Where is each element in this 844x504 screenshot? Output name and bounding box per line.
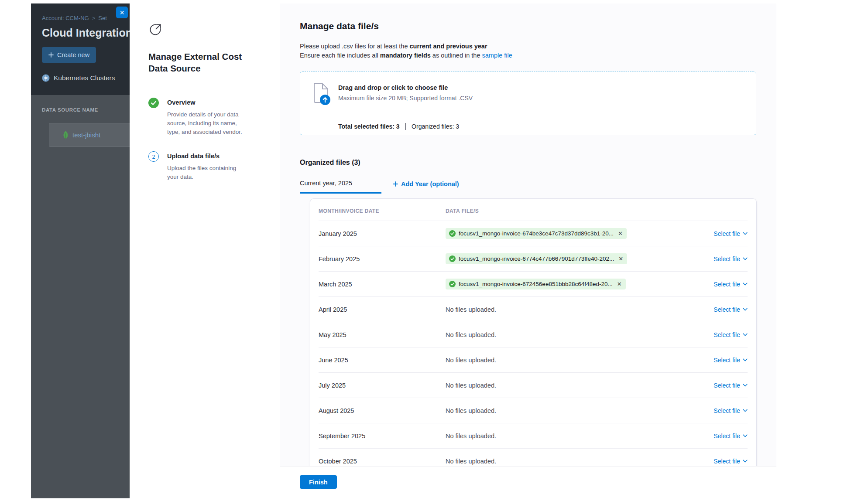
table-row: May 2025 No files uploaded. Select file bbox=[319, 322, 748, 347]
check-circle-icon bbox=[449, 255, 456, 262]
check-circle-icon bbox=[449, 230, 456, 237]
background-page-body: DATA SOURCE NAME test-jbisht bbox=[31, 95, 130, 147]
month-label: July 2025 bbox=[319, 382, 446, 389]
drawer-main-panel: Manage data file/s Please upload .csv fi… bbox=[280, 3, 776, 498]
remove-file-icon[interactable]: ✕ bbox=[617, 281, 622, 287]
upload-instructions: Please upload .csv files for at least th… bbox=[300, 42, 756, 60]
organized-files-heading: Organized files (3) bbox=[300, 159, 756, 167]
upload-file-icon bbox=[311, 83, 332, 106]
select-file-button[interactable]: Select file bbox=[714, 306, 748, 313]
create-new-button[interactable]: Create new bbox=[42, 47, 96, 63]
no-files-text: No files uploaded. bbox=[446, 306, 496, 313]
close-drawer-button[interactable]: ✕ bbox=[116, 7, 128, 18]
background-page: Account: CCM-NG>Set Cloud Integration Cr… bbox=[31, 3, 130, 498]
check-circle-icon bbox=[449, 281, 456, 287]
check-circle-icon bbox=[148, 98, 159, 108]
chevron-down-icon bbox=[743, 257, 748, 260]
step-upload-label: Upload data file/s bbox=[167, 151, 246, 160]
step-number-icon: 2 bbox=[148, 151, 159, 162]
file-name: focusv1_mongo-invoice-672456ee851bbb28c6… bbox=[459, 281, 613, 287]
sample-file-link[interactable]: sample file bbox=[482, 52, 512, 59]
table-row: March 2025 focusv1_mongo-invoice-672456e… bbox=[319, 271, 748, 296]
column-header-data-source-name: DATA SOURCE NAME bbox=[42, 107, 130, 112]
select-file-button[interactable]: Select file bbox=[714, 432, 748, 439]
chevron-down-icon bbox=[743, 384, 748, 387]
add-year-button[interactable]: Add Year (optional) bbox=[393, 180, 459, 194]
table-header-row: MONTH/INVOICE DATE DATA FILE/S bbox=[310, 199, 756, 221]
monthly-files-table: MONTH/INVOICE DATE DATA FILE/S January 2… bbox=[310, 199, 756, 467]
organized-files-count: Organized files: 3 bbox=[412, 123, 459, 130]
dropzone-subtitle: Maximum file size 20 MB; Supported forma… bbox=[338, 95, 473, 102]
step-upload-badge: 2 bbox=[148, 151, 159, 162]
chevron-down-icon bbox=[743, 434, 748, 437]
chevron-down-icon bbox=[743, 409, 748, 412]
stats-divider bbox=[405, 123, 406, 130]
file-name: focusv1_mongo-invoice-674be3ce47c73d37dd… bbox=[459, 230, 614, 237]
finish-button[interactable]: Finish bbox=[300, 475, 337, 489]
tab-kubernetes-clusters[interactable]: Kubernetes Clusters bbox=[42, 74, 130, 82]
header-month-invoice-date: MONTH/INVOICE DATE bbox=[319, 208, 446, 214]
table-row: October 2025 No files uploaded. Select f… bbox=[319, 448, 748, 467]
manage-data-source-drawer: Manage External Cost Data Source Overvie… bbox=[130, 3, 776, 498]
select-file-button[interactable]: Select file bbox=[714, 230, 748, 237]
select-file-button[interactable]: Select file bbox=[714, 407, 748, 414]
data-source-row[interactable]: test-jbisht bbox=[49, 123, 130, 147]
breadcrumb-next[interactable]: Set bbox=[98, 15, 107, 21]
select-file-button[interactable]: Select file bbox=[714, 255, 748, 262]
table-row: January 2025 focusv1_mongo-invoice-674be… bbox=[319, 221, 748, 246]
no-files-text: No files uploaded. bbox=[446, 382, 496, 389]
table-row: April 2025 No files uploaded. Select fil… bbox=[319, 296, 748, 322]
file-chip: focusv1_mongo-invoice-6774c477b667901d77… bbox=[446, 253, 627, 264]
breadcrumb-account[interactable]: Account: CCM-NG bbox=[42, 15, 89, 21]
select-file-button[interactable]: Select file bbox=[714, 357, 748, 364]
content-scroll-area[interactable]: Manage data file/s Please upload .csv fi… bbox=[280, 3, 776, 467]
wizard-title: Manage External Cost Data Source bbox=[148, 51, 255, 74]
file-dropzone[interactable]: Drag and drop or click to choose file Ma… bbox=[300, 72, 756, 135]
table-row: June 2025 No files uploaded. Select file bbox=[319, 347, 748, 372]
wizard-stepper-panel: Manage External Cost Data Source Overvie… bbox=[130, 3, 280, 498]
chevron-down-icon bbox=[743, 283, 748, 286]
month-label: January 2025 bbox=[319, 230, 446, 237]
dropzone-title: Drag and drop or click to choose file bbox=[338, 83, 473, 91]
month-label: October 2025 bbox=[319, 458, 446, 465]
breadcrumb-separator: > bbox=[92, 15, 96, 21]
month-label: March 2025 bbox=[319, 281, 446, 288]
step-overview[interactable]: Overview Provide details of your data so… bbox=[148, 98, 265, 136]
header-data-files: DATA FILE/S bbox=[446, 208, 748, 214]
kubernetes-icon bbox=[42, 74, 50, 82]
file-chip: focusv1_mongo-invoice-672456ee851bbb28c6… bbox=[446, 279, 626, 289]
file-chip: focusv1_mongo-invoice-674be3ce47c73d37dd… bbox=[446, 228, 627, 239]
table-row: August 2025 No files uploaded. Select fi… bbox=[319, 398, 748, 423]
select-file-button[interactable]: Select file bbox=[714, 331, 748, 338]
tab-current-year[interactable]: Current year, 2025 bbox=[300, 180, 381, 194]
month-label: May 2025 bbox=[319, 331, 446, 338]
step-upload-data-files[interactable]: 2 Upload data file/s Upload the files co… bbox=[148, 151, 265, 181]
remove-file-icon[interactable]: ✕ bbox=[618, 230, 623, 237]
dropzone-stats: Total selected files: 3 Organized files:… bbox=[338, 114, 746, 138]
select-file-button[interactable]: Select file bbox=[714, 458, 748, 465]
mongodb-leaf-icon bbox=[63, 131, 69, 139]
table-row: July 2025 No files uploaded. Select file bbox=[319, 372, 748, 398]
select-file-button[interactable]: Select file bbox=[714, 382, 748, 389]
file-name: focusv1_mongo-invoice-6774c477b667901d77… bbox=[459, 255, 614, 262]
panel-title: Manage data file/s bbox=[300, 21, 756, 31]
step-overview-description: Provide details of your data source, inc… bbox=[167, 110, 246, 136]
data-source-name-link[interactable]: test-jbisht bbox=[72, 131, 100, 139]
chevron-down-icon bbox=[743, 308, 748, 311]
year-tabs: Current year, 2025 Add Year (optional) bbox=[300, 180, 756, 194]
no-files-text: No files uploaded. bbox=[446, 407, 496, 414]
chevron-down-icon bbox=[743, 460, 748, 463]
chevron-down-icon bbox=[743, 333, 748, 336]
step-upload-description: Upload the files containing your data. bbox=[167, 164, 246, 181]
month-label: June 2025 bbox=[319, 357, 446, 364]
select-file-button[interactable]: Select file bbox=[714, 281, 748, 288]
instruction-line-1: Please upload .csv files for at least th… bbox=[300, 42, 756, 51]
no-files-text: No files uploaded. bbox=[446, 331, 496, 338]
drawer-footer: Finish bbox=[280, 467, 776, 498]
remove-file-icon[interactable]: ✕ bbox=[618, 255, 623, 262]
instruction-line-2: Ensure each file includes all mandatory … bbox=[300, 51, 756, 60]
month-label: April 2025 bbox=[319, 306, 446, 313]
plus-icon bbox=[393, 181, 398, 187]
plus-icon bbox=[48, 52, 54, 58]
total-selected-files: Total selected files: 3 bbox=[338, 123, 400, 130]
